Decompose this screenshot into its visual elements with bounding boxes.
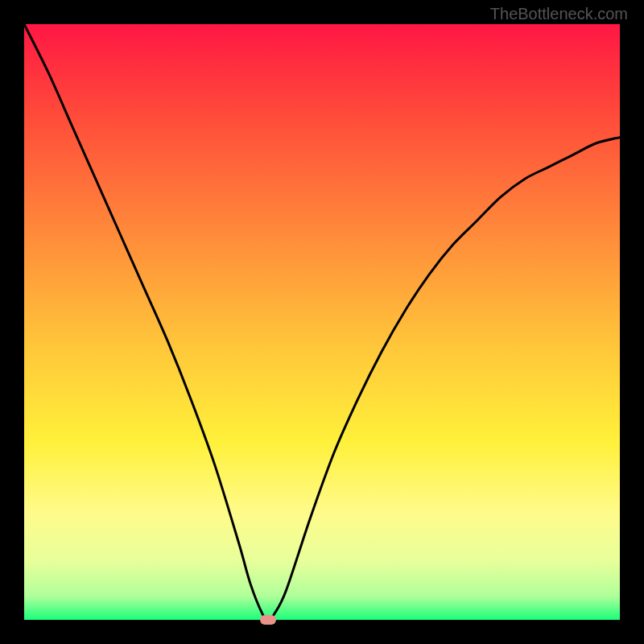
minimum-marker [260, 615, 276, 625]
plot-area [24, 24, 620, 620]
watermark-text: TheBottleneck.com [490, 5, 628, 23]
bottleneck-curve [24, 24, 620, 620]
curve-layer [24, 24, 620, 620]
